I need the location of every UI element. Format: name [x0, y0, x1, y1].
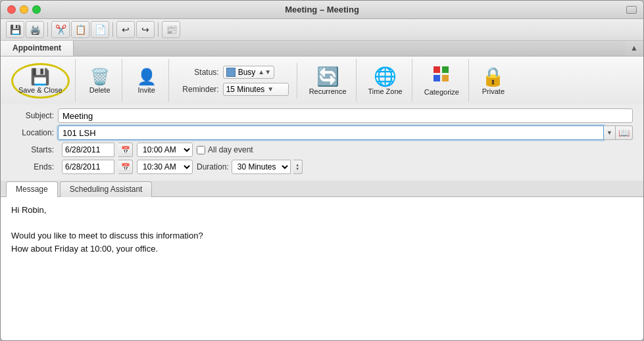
location-input[interactable] — [58, 125, 604, 140]
recurrence-button[interactable]: 🔄 Recurrence — [305, 64, 351, 97]
timezone-label: Time Zone — [368, 87, 403, 95]
status-label: Status: — [180, 68, 219, 77]
print-icon-btn[interactable]: 🖨️ — [26, 21, 44, 38]
invite-button[interactable]: 👤 Invite — [130, 66, 163, 95]
undo-icon-btn[interactable]: ↩ — [116, 21, 135, 38]
duration-spinner[interactable]: ▲ ▼ — [293, 160, 303, 174]
delete-group: 🗑️ Delete — [78, 59, 122, 102]
recurrence-group: 🔄 Recurrence — [300, 59, 357, 102]
reminder-select[interactable]: 15 Minutes ▼ — [223, 83, 289, 96]
location-dropdown-btn[interactable]: ▼ — [604, 125, 616, 140]
reminder-value: 15 Minutes — [226, 85, 265, 94]
status-dropdown-arrow: ▲▼ — [258, 68, 271, 76]
all-day-row: All day event — [197, 145, 253, 154]
ends-date-input[interactable] — [62, 160, 114, 174]
categorize-group: Categorize — [415, 59, 469, 102]
spin-down-arrow: ▼ — [295, 167, 299, 171]
svg-rect-0 — [433, 66, 440, 73]
title-bar: Meeting – Meeting — [1, 1, 643, 19]
tab-collapse-btn[interactable]: ▲ — [625, 41, 643, 56]
copy-icon-btn[interactable]: 📋 — [71, 21, 89, 38]
status-select[interactable]: Busy ▲▼ — [223, 66, 274, 79]
traffic-lights — [7, 5, 41, 14]
save-close-label: Save & Close — [18, 86, 62, 94]
delete-button[interactable]: 🗑️ Delete — [84, 66, 116, 95]
svg-rect-2 — [433, 75, 440, 81]
location-book-btn[interactable]: 📖 — [616, 125, 633, 140]
svg-rect-3 — [442, 75, 449, 81]
message-body[interactable]: Hi Robin, Would you like to meet to disc… — [1, 197, 643, 340]
duration-label: Duration: — [197, 162, 229, 171]
status-row: Status: Busy ▲▼ — [180, 66, 289, 79]
recurrence-label: Recurrence — [309, 87, 347, 95]
subject-row: Subject: — [11, 108, 633, 123]
system-toolbar: 💾 🖨️ ✂️ 📋 📄 ↩ ↪ 📰 — [1, 19, 643, 41]
status-reminder-group: Status: Busy ▲▼ Reminder: 15 Minutes ▼ — [172, 63, 297, 99]
timezone-group: 🌐 Time Zone — [359, 59, 412, 102]
ribbon-toolbar: 💾 Save & Close 🗑️ Delete 👤 Invite Status… — [1, 57, 643, 104]
private-group: 🔒 Private — [472, 59, 515, 102]
cut-icon-btn[interactable]: ✂️ — [51, 21, 70, 38]
starts-date-input[interactable] — [62, 143, 114, 157]
location-row: Location: ▼ 📖 — [11, 125, 633, 140]
all-day-checkbox[interactable] — [197, 146, 205, 154]
all-day-label: All day event — [208, 145, 253, 154]
message-line-3: Would you like to meet to discuss this i… — [11, 229, 633, 242]
tab-strip-spacer — [74, 41, 625, 56]
format-icon-btn[interactable]: 📰 — [162, 21, 180, 38]
reminder-row: Reminder: 15 Minutes ▼ — [180, 83, 289, 96]
minimize-button[interactable] — [20, 5, 28, 14]
invite-icon: 👤 — [137, 68, 157, 86]
paste-icon-btn[interactable]: 📄 — [91, 21, 109, 38]
redo-icon-btn[interactable]: ↪ — [136, 21, 155, 38]
maximize-button[interactable] — [32, 5, 41, 14]
duration-select[interactable]: 30 Minutes — [232, 160, 291, 174]
recurrence-icon: 🔄 — [316, 66, 339, 87]
tab-message[interactable]: Message — [6, 181, 58, 197]
save-icon-btn[interactable]: 💾 — [6, 21, 24, 38]
categorize-icon — [432, 65, 451, 88]
ribbon-tab-strip: Appointment ▲ — [1, 41, 643, 57]
categorize-button[interactable]: Categorize — [420, 64, 463, 97]
ends-row: Ends: 📅 10:30 AM Duration: 30 Minutes ▲ … — [11, 160, 633, 174]
tab-appointment[interactable]: Appointment — [1, 41, 74, 56]
starts-label: Starts: — [11, 145, 54, 154]
svg-rect-1 — [442, 66, 449, 73]
invite-label: Invite — [138, 86, 155, 94]
reminder-label: Reminder: — [180, 85, 219, 94]
status-color-swatch — [226, 68, 235, 77]
message-line-4: How about Friday at 10:00, your office. — [11, 242, 633, 256]
save-close-group: 💾 Save & Close — [6, 59, 76, 102]
tab-scheduling-assistant[interactable]: Scheduling Assistant — [60, 181, 153, 197]
starts-row: Starts: 📅 10:00 AM All day event — [11, 143, 633, 157]
save-close-icon: 💾 — [30, 68, 50, 86]
status-value: Busy — [238, 68, 256, 77]
private-button[interactable]: 🔒 Private — [477, 64, 510, 97]
categorize-label: Categorize — [424, 88, 459, 96]
location-label: Location: — [11, 128, 54, 137]
outlook-meeting-window: Meeting – Meeting 💾 🖨️ ✂️ 📋 📄 ↩ ↪ 📰 Appo… — [0, 0, 644, 341]
ends-label: Ends: — [11, 162, 54, 171]
invite-group: 👤 Invite — [125, 59, 169, 102]
close-button[interactable] — [7, 5, 16, 14]
timezone-button[interactable]: 🌐 Time Zone — [364, 64, 407, 97]
save-close-button[interactable]: 💾 Save & Close — [11, 63, 70, 99]
toolbar-separator-2 — [112, 22, 113, 37]
starts-time-select[interactable]: 10:00 AM — [137, 143, 193, 157]
toolbar-separator-3 — [158, 22, 159, 37]
delete-label: Delete — [89, 86, 111, 94]
message-tab-strip: Message Scheduling Assistant — [1, 181, 643, 197]
subject-input[interactable] — [58, 108, 633, 123]
message-line-1: Hi Robin, — [11, 204, 633, 217]
timezone-icon: 🌐 — [374, 66, 397, 87]
window-resize-control[interactable] — [626, 6, 637, 14]
ends-time-select[interactable]: 10:30 AM — [137, 160, 193, 174]
starts-date-picker-btn[interactable]: 📅 — [118, 143, 133, 157]
delete-icon: 🗑️ — [90, 68, 110, 86]
reminder-dropdown-arrow: ▼ — [267, 85, 274, 93]
private-label: Private — [482, 87, 505, 95]
toolbar-separator-1 — [47, 22, 48, 37]
ends-date-picker-btn[interactable]: 📅 — [118, 160, 133, 174]
private-icon: 🔒 — [482, 66, 505, 87]
window-title: Meeting – Meeting — [285, 5, 359, 14]
